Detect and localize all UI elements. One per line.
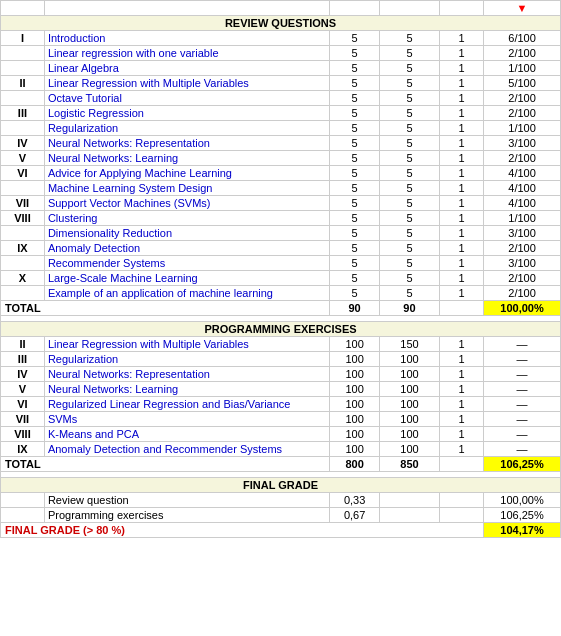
final-label: Review question	[44, 493, 329, 508]
review-total-row: TOTAL9090100,00%	[1, 301, 561, 316]
theme-cell: Octave Tutorial	[44, 91, 329, 106]
flag-cell: 1	[440, 106, 484, 121]
theme-cell: Recommender Systems	[44, 256, 329, 271]
attempts-cell: 5/100	[484, 76, 561, 91]
max-cell: 5	[330, 226, 379, 241]
week-cell: V	[1, 382, 45, 397]
total-flag-empty	[440, 457, 484, 472]
table-row: IILinear Regression with Multiple Variab…	[1, 76, 561, 91]
week-cell	[1, 256, 45, 271]
score-cell: 100	[379, 412, 439, 427]
final-label: Programming exercises	[44, 508, 329, 523]
table-row: Recommender Systems5513/100	[1, 256, 561, 271]
week-cell: II	[1, 76, 45, 91]
week-cell	[1, 226, 45, 241]
max-cell: 100	[330, 367, 379, 382]
max-cell: 5	[330, 151, 379, 166]
table-row: VIISVMs1001001—	[1, 412, 561, 427]
table-row: IIntroduction5516/100	[1, 31, 561, 46]
theme-cell: Linear Algebra	[44, 61, 329, 76]
theme-cell: Anomaly Detection and Recommender System…	[44, 442, 329, 457]
score-cell: 5	[379, 166, 439, 181]
flag-cell: 1	[440, 412, 484, 427]
table-row: IIIRegularization1001001—	[1, 352, 561, 367]
week-cell	[1, 91, 45, 106]
max-cell: 5	[330, 46, 379, 61]
programming-section-header: PROGRAMMING EXERCISES	[1, 322, 561, 337]
final-grade-row: Programming exercises0,67106,25%	[1, 508, 561, 523]
flag-cell: 1	[440, 211, 484, 226]
max-cell: 5	[330, 196, 379, 211]
max-cell: 5	[330, 211, 379, 226]
flag-cell: 1	[440, 241, 484, 256]
max-cell: 100	[330, 427, 379, 442]
theme-cell: Regularized Linear Regression and Bias/V…	[44, 397, 329, 412]
table-row: IXAnomaly Detection and Recommender Syst…	[1, 442, 561, 457]
flag-cell: 1	[440, 286, 484, 301]
max-cell: 100	[330, 412, 379, 427]
theme-cell: Dimensionality Reduction	[44, 226, 329, 241]
theme-cell: Clustering	[44, 211, 329, 226]
table-row: VIAdvice for Applying Machine Learning55…	[1, 166, 561, 181]
week-cell: VI	[1, 397, 45, 412]
attempts-header: ▼	[484, 1, 561, 16]
attempts-cell: —	[484, 382, 561, 397]
week-cell	[1, 286, 45, 301]
flag-header	[440, 1, 484, 16]
flag-cell: 1	[440, 226, 484, 241]
score-cell: 5	[379, 226, 439, 241]
week-cell: VII	[1, 196, 45, 211]
attempts-cell: 4/100	[484, 166, 561, 181]
table-row: Linear regression with one variable5512/…	[1, 46, 561, 61]
flag-cell: 1	[440, 442, 484, 457]
table-row: Linear Algebra5511/100	[1, 61, 561, 76]
week-cell: V	[1, 151, 45, 166]
table-row: VIIIK-Means and PCA1001001—	[1, 427, 561, 442]
max-cell: 100	[330, 337, 379, 352]
theme-cell: Linear regression with one variable	[44, 46, 329, 61]
score-cell: 150	[379, 337, 439, 352]
score-cell: 100	[379, 352, 439, 367]
score-cell: 5	[379, 151, 439, 166]
total-max: 90	[330, 301, 379, 316]
attempts-cell: 1/100	[484, 61, 561, 76]
attempts-cell: 2/100	[484, 241, 561, 256]
final-total-value: 104,17%	[484, 523, 561, 538]
table-header: ▼	[1, 1, 561, 16]
table-row: IIILogistic Regression5512/100	[1, 106, 561, 121]
attempts-cell: 4/100	[484, 181, 561, 196]
score-cell: 5	[379, 196, 439, 211]
week-cell	[1, 121, 45, 136]
attempts-cell: —	[484, 412, 561, 427]
red-arrow-icon: ▼	[517, 2, 528, 14]
attempts-cell: 2/100	[484, 151, 561, 166]
review-section-header: REVIEW QUESTIONS	[1, 16, 561, 31]
max-header	[330, 1, 379, 16]
score-cell: 100	[379, 397, 439, 412]
score-cell: 5	[379, 271, 439, 286]
final-weight: 0,67	[330, 508, 379, 523]
week-cell: VIII	[1, 211, 45, 226]
score-cell: 5	[379, 241, 439, 256]
flag-cell: 1	[440, 271, 484, 286]
theme-cell: Neural Networks: Representation	[44, 136, 329, 151]
max-cell: 5	[330, 271, 379, 286]
flag-cell: 1	[440, 166, 484, 181]
final-grade-section-header: FINAL GRADE	[1, 478, 561, 493]
flag-cell: 1	[440, 367, 484, 382]
attempts-cell: 3/100	[484, 136, 561, 151]
table-row: IXAnomaly Detection5512/100	[1, 241, 561, 256]
week-cell: IX	[1, 241, 45, 256]
attempts-cell: —	[484, 427, 561, 442]
week-cell: VI	[1, 166, 45, 181]
max-cell: 100	[330, 397, 379, 412]
final-grade-total-row: FINAL GRADE (> 80 %)104,17%	[1, 523, 561, 538]
flag-cell: 1	[440, 256, 484, 271]
total-attempts: 106,25%	[484, 457, 561, 472]
flag-cell: 1	[440, 76, 484, 91]
table-row: VIIIClustering5511/100	[1, 211, 561, 226]
flag-cell: 1	[440, 352, 484, 367]
table-row: Octave Tutorial5512/100	[1, 91, 561, 106]
score-cell: 100	[379, 442, 439, 457]
attempts-cell: 1/100	[484, 211, 561, 226]
